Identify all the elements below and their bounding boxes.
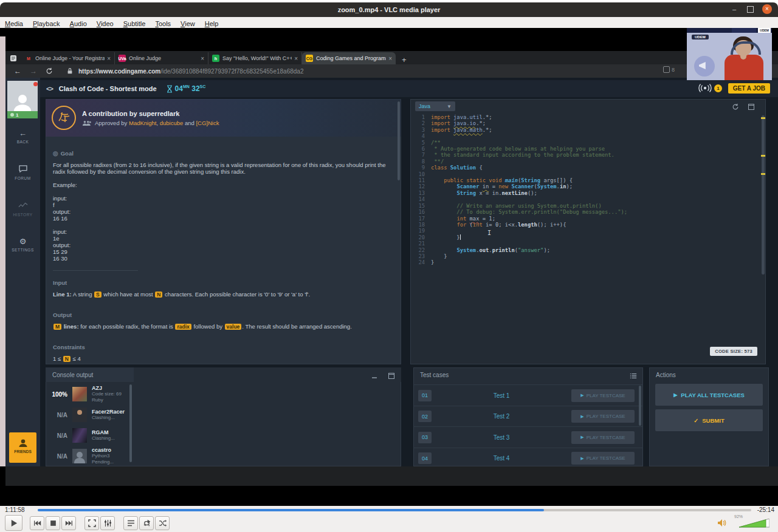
play-testcase-button[interactable]: ▶PLAY TESTCASE bbox=[571, 431, 635, 444]
editor-scrollbar[interactable] bbox=[762, 115, 765, 275]
code-line[interactable]: 21 bbox=[410, 240, 760, 247]
code-line[interactable]: 9class Solution { bbox=[410, 165, 760, 171]
code-line[interactable]: 14 bbox=[410, 196, 760, 202]
code-line[interactable]: 18 for (int i= 0; i<x.length(); i++){ bbox=[410, 222, 760, 228]
maximize-button[interactable] bbox=[747, 6, 754, 13]
vlc-titlebar[interactable]: zoom_0.mp4 - VLC media player – × bbox=[0, 2, 778, 17]
next-button[interactable] bbox=[61, 516, 76, 530]
player-score: N/A bbox=[46, 432, 67, 439]
approver-link[interactable]: [CG]Nick bbox=[196, 120, 219, 126]
browser-extensions-badge[interactable]: 8 bbox=[663, 66, 675, 73]
browser-tab[interactable]: hSay "Hello, World!" With C++ | H× bbox=[208, 52, 302, 64]
tab-close-icon[interactable]: × bbox=[388, 55, 392, 62]
broadcast-icon[interactable]: 1 bbox=[697, 84, 722, 92]
browser-profile-tab[interactable] bbox=[5, 52, 21, 64]
get-a-job-button[interactable]: GET A JOB bbox=[728, 83, 770, 94]
previous-button[interactable] bbox=[30, 516, 44, 530]
code-line[interactable]: 20 } bbox=[410, 234, 760, 240]
play-button[interactable] bbox=[5, 515, 22, 531]
forward-icon[interactable]: → bbox=[30, 67, 37, 75]
back-icon[interactable]: ← bbox=[14, 67, 21, 75]
friends-button[interactable]: FRIENDS bbox=[9, 432, 36, 463]
test-name[interactable]: Test 4 bbox=[432, 455, 571, 462]
close-button[interactable]: × bbox=[762, 4, 772, 14]
language-select[interactable]: Java▼ bbox=[415, 101, 455, 111]
seek-bar[interactable] bbox=[38, 509, 751, 511]
test-name[interactable]: Test 2 bbox=[432, 413, 571, 420]
submit-button[interactable]: ✓SUBMIT bbox=[655, 409, 763, 431]
code-line[interactable]: 22 System.out.println("answer"); bbox=[410, 247, 760, 253]
video-area[interactable]: MOnline Judge - Your Registration×UVaOnl… bbox=[0, 28, 778, 506]
editor-refresh-icon[interactable] bbox=[732, 102, 739, 113]
code-line[interactable]: 7 * the standard input according to the … bbox=[410, 152, 760, 158]
tab-close-icon[interactable]: × bbox=[201, 55, 204, 62]
console-scrollbar[interactable] bbox=[129, 384, 132, 462]
code-line[interactable]: 5/** bbox=[410, 140, 760, 146]
browser-tab[interactable]: MOnline Judge - Your Registration× bbox=[21, 52, 115, 64]
url-bar[interactable]: https://www.codingame.com/ide/368910884f… bbox=[78, 68, 303, 75]
new-tab-button[interactable]: + bbox=[402, 55, 407, 64]
code-line[interactable]: 19 bbox=[410, 228, 760, 234]
code-line[interactable]: 8 **/ bbox=[410, 159, 760, 165]
menu-audio[interactable]: Audio bbox=[65, 19, 92, 28]
browser-tab[interactable]: CGCoding Games and Programmin× bbox=[302, 52, 396, 64]
test-number-badge: 03 bbox=[418, 432, 432, 443]
code-line[interactable]: 2import java.io.*; bbox=[410, 120, 760, 126]
avatar[interactable] bbox=[7, 81, 38, 111]
browser-tab[interactable]: UVaOnline Judge× bbox=[115, 52, 208, 64]
code-line[interactable]: 6 * Auto-generated code below aims at he… bbox=[410, 146, 760, 152]
sidebar-item-settings[interactable]: ⚙SETTINGS bbox=[5, 236, 40, 252]
test-list-icon[interactable] bbox=[630, 371, 637, 382]
play-testcase-button[interactable]: ▶PLAY TESTCASE bbox=[571, 452, 635, 465]
sidebar-item-forum[interactable]: FORUM bbox=[5, 164, 40, 180]
console-minimize-icon[interactable] bbox=[371, 371, 378, 382]
volume-slider[interactable] bbox=[739, 519, 769, 530]
tab-close-icon[interactable]: × bbox=[294, 55, 298, 62]
test-name[interactable]: Test 1 bbox=[432, 392, 571, 399]
code-line[interactable]: 24} bbox=[410, 259, 760, 265]
menu-subtitle[interactable]: Subtitle bbox=[119, 19, 151, 28]
refresh-icon[interactable] bbox=[46, 67, 53, 75]
hourglass-icon bbox=[167, 85, 173, 93]
play-testcase-button[interactable]: ▶PLAY TESTCASE bbox=[571, 410, 635, 423]
code-line[interactable]: 17 int max = 1; bbox=[410, 216, 760, 222]
code-line[interactable]: 4 bbox=[410, 133, 760, 139]
code-line[interactable]: 23 } bbox=[410, 253, 760, 259]
menu-view[interactable]: View bbox=[176, 19, 200, 28]
tests-scrollbar[interactable] bbox=[639, 386, 641, 426]
menu-video[interactable]: Video bbox=[92, 19, 119, 28]
menu-help[interactable]: Help bbox=[200, 19, 224, 28]
editor-expand-icon[interactable] bbox=[748, 102, 755, 113]
sidebar-item-history[interactable]: HISTORY bbox=[5, 200, 40, 217]
code-line[interactable]: 12 Scanner in = new Scanner(System.in); bbox=[410, 183, 760, 189]
play-testcase-button[interactable]: ▶PLAY TESTCASE bbox=[571, 389, 635, 402]
code-line[interactable]: 15 // Write an answer using System.out.p… bbox=[410, 203, 760, 209]
menu-playback[interactable]: Playback bbox=[28, 19, 65, 28]
friends-label: FRIENDS bbox=[9, 449, 36, 454]
sidebar-item-back[interactable]: ←BACK bbox=[5, 128, 40, 144]
random-button[interactable] bbox=[155, 516, 170, 530]
console-expand-icon[interactable] bbox=[388, 371, 395, 382]
playlist-button[interactable] bbox=[123, 516, 138, 530]
code-line[interactable]: 11 public static void main(String args[]… bbox=[410, 177, 760, 183]
approver-link[interactable]: dubicube bbox=[160, 120, 184, 126]
menu-tools[interactable]: Tools bbox=[150, 19, 176, 28]
loop-button[interactable] bbox=[139, 516, 154, 530]
approver-link[interactable]: MadKnight bbox=[129, 120, 156, 126]
menu-media[interactable]: Media bbox=[0, 19, 28, 28]
stop-button[interactable] bbox=[46, 516, 60, 530]
code-area[interactable]: 1import java.util.*;2import java.io.*;3i… bbox=[410, 114, 760, 266]
tab-close-icon[interactable]: × bbox=[107, 55, 111, 62]
code-line[interactable]: 10 bbox=[410, 171, 760, 177]
code-line[interactable]: 13 String x = in.nextLine(); bbox=[410, 190, 760, 196]
test-name[interactable]: Test 3 bbox=[432, 434, 571, 441]
statement-scrollbar[interactable] bbox=[398, 101, 400, 180]
code-line[interactable]: 3import java.math.*; bbox=[410, 127, 760, 133]
code-line[interactable]: 1import java.util.*; bbox=[410, 114, 760, 120]
code-line[interactable]: 16 // To debug: System.err.println("Debu… bbox=[410, 209, 760, 215]
speaker-icon[interactable] bbox=[717, 519, 726, 527]
play-all-testcases-button[interactable]: ▶PLAY ALL TESTCASES bbox=[655, 384, 763, 406]
minimize-button[interactable]: – bbox=[730, 5, 738, 13]
fullscreen-button[interactable] bbox=[84, 516, 99, 530]
extended-settings-button[interactable] bbox=[100, 516, 115, 530]
